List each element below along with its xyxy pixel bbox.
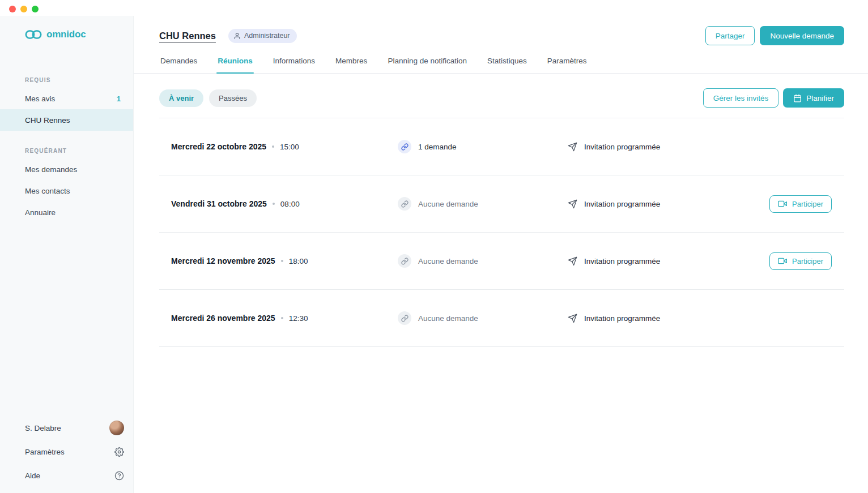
meeting-datetime: Mercredi 26 novembre 2025 12:30: [171, 314, 398, 323]
meeting-datetime: Vendredi 31 octobre 2025 08:00: [171, 199, 398, 208]
link-icon[interactable]: [398, 254, 411, 268]
role-badge: Administrateur: [228, 29, 297, 43]
sidebar-item-mes-avis[interactable]: Mes avis 1: [0, 88, 133, 109]
join-meeting-label: Participer: [792, 257, 823, 265]
schedule-button[interactable]: Planifier: [783, 88, 844, 108]
meeting-time: 15:00: [280, 143, 299, 151]
sidebar: omnidoc REQUIS Mes avis 1 CHU Rennes REQ…: [0, 16, 134, 493]
page-header: CHU Rennes Administrateur Partager Nouve…: [134, 16, 868, 45]
omnidoc-logo-icon: [25, 28, 42, 41]
invitation-label: Invitation programmée: [584, 257, 660, 265]
video-camera-icon: [778, 199, 787, 208]
filter-upcoming[interactable]: À venir: [159, 89, 203, 107]
meeting-time: 18:00: [289, 257, 308, 265]
link-icon[interactable]: [398, 140, 411, 153]
dot-separator: [272, 145, 274, 148]
meeting-date: Vendredi 31 octobre 2025: [171, 199, 267, 208]
meeting-time: 12:30: [289, 314, 308, 323]
meeting-requests: Aucune demande: [398, 254, 568, 268]
user-name: S. Delabre: [25, 424, 61, 432]
send-icon: [568, 142, 577, 152]
meeting-time: 08:00: [280, 200, 300, 208]
requests-label: Aucune demande: [418, 314, 478, 323]
meeting-row: Mercredi 22 octobre 2025 15:00 1 demande…: [159, 118, 844, 175]
sidebar-item-mes-demandes[interactable]: Mes demandes: [0, 158, 133, 180]
tab-parametres[interactable]: Paramètres: [546, 50, 588, 73]
invitation-label: Invitation programmée: [584, 314, 660, 323]
requests-label: 1 demande: [418, 143, 457, 151]
requests-label: Aucune demande: [418, 257, 478, 265]
join-meeting-label: Participer: [792, 200, 823, 208]
meeting-datetime: Mercredi 12 novembre 2025 18:00: [171, 256, 398, 265]
meetings-toolbar: À venir Passées Gérer les invités Planif…: [134, 74, 868, 108]
person-icon: [233, 32, 241, 40]
meeting-date: Mercredi 22 octobre 2025: [171, 142, 266, 151]
user-profile-item[interactable]: S. Delabre: [0, 416, 133, 440]
sidebar-item-chu-rennes[interactable]: CHU Rennes: [0, 109, 133, 131]
tab-statistiques[interactable]: Statistiques: [486, 50, 528, 73]
new-request-button[interactable]: Nouvelle demande: [760, 26, 844, 45]
omnidoc-logo[interactable]: omnidoc: [0, 16, 133, 41]
tab-planning-notification[interactable]: Planning de notification: [386, 50, 468, 73]
invitation-label: Invitation programmée: [584, 200, 660, 208]
join-meeting-button[interactable]: Participer: [769, 252, 832, 270]
join-meeting-button[interactable]: Participer: [769, 195, 832, 213]
video-camera-icon: [778, 256, 787, 265]
sidebar-item-label: Mes demandes: [25, 165, 77, 174]
calendar-icon: [793, 94, 802, 102]
meeting-invitation: Invitation programmée: [568, 256, 771, 266]
dot-separator: [281, 317, 283, 319]
avatar[interactable]: [109, 421, 124, 435]
close-window-button[interactable]: [9, 6, 16, 12]
meeting-datetime: Mercredi 22 octobre 2025 15:00: [171, 142, 398, 151]
tab-membres[interactable]: Membres: [334, 50, 368, 73]
meeting-date: Mercredi 12 novembre 2025: [171, 256, 275, 265]
meeting-row: Mercredi 26 novembre 2025 12:30 Aucune d…: [159, 290, 844, 347]
sidebar-item-mes-contacts[interactable]: Mes contacts: [0, 180, 133, 202]
sidebar-item-label: Mes avis: [25, 95, 55, 103]
share-button[interactable]: Partager: [705, 26, 755, 45]
role-badge-label: Administrateur: [244, 32, 290, 40]
meeting-requests: Aucune demande: [398, 197, 568, 211]
requests-label: Aucune demande: [418, 200, 478, 208]
tab-bar: Demandes Réunions Informations Membres P…: [134, 50, 868, 74]
tab-informations[interactable]: Informations: [272, 50, 316, 73]
manage-guests-button[interactable]: Gérer les invités: [703, 88, 779, 108]
minimize-window-button[interactable]: [20, 6, 27, 12]
settings-item[interactable]: Paramètres: [0, 440, 133, 464]
tab-demandes[interactable]: Demandes: [159, 50, 198, 73]
omnidoc-logo-text: omnidoc: [46, 29, 86, 40]
sidebar-section-requerant: REQUÉRANT: [25, 148, 133, 154]
page-title: CHU Rennes: [159, 31, 216, 41]
filter-past[interactable]: Passées: [209, 89, 257, 107]
help-icon[interactable]: [114, 471, 124, 481]
meeting-date: Mercredi 26 novembre 2025: [171, 314, 275, 323]
link-icon[interactable]: [398, 311, 411, 325]
schedule-button-label: Planifier: [806, 94, 834, 102]
meeting-invitation: Invitation programmée: [568, 199, 771, 209]
traffic-lights: [9, 6, 39, 12]
meeting-row: Mercredi 12 novembre 2025 18:00 Aucune d…: [159, 233, 844, 290]
sidebar-item-label: Mes contacts: [25, 187, 70, 195]
sidebar-item-annuaire[interactable]: Annuaire: [0, 202, 133, 223]
gear-icon[interactable]: [114, 447, 124, 457]
mes-avis-count-badge: 1: [117, 95, 121, 103]
link-icon[interactable]: [398, 197, 411, 211]
sidebar-footer: S. Delabre Paramètres Aide: [0, 416, 133, 487]
sidebar-item-label: Annuaire: [25, 208, 56, 217]
meeting-invitation: Invitation programmée: [568, 314, 771, 323]
send-icon: [568, 314, 577, 323]
meeting-requests: 1 demande: [398, 140, 568, 153]
send-icon: [568, 199, 577, 209]
dot-separator: [281, 260, 283, 262]
settings-label: Paramètres: [25, 448, 65, 456]
help-label: Aide: [25, 471, 40, 480]
meeting-row: Vendredi 31 octobre 2025 08:00 Aucune de…: [159, 175, 844, 233]
zoom-window-button[interactable]: [32, 6, 39, 12]
help-item[interactable]: Aide: [0, 464, 133, 487]
sidebar-item-label: CHU Rennes: [25, 116, 70, 125]
invitation-label: Invitation programmée: [584, 143, 660, 151]
dot-separator: [273, 203, 275, 205]
tab-reunions[interactable]: Réunions: [216, 50, 254, 73]
send-icon: [568, 256, 577, 266]
